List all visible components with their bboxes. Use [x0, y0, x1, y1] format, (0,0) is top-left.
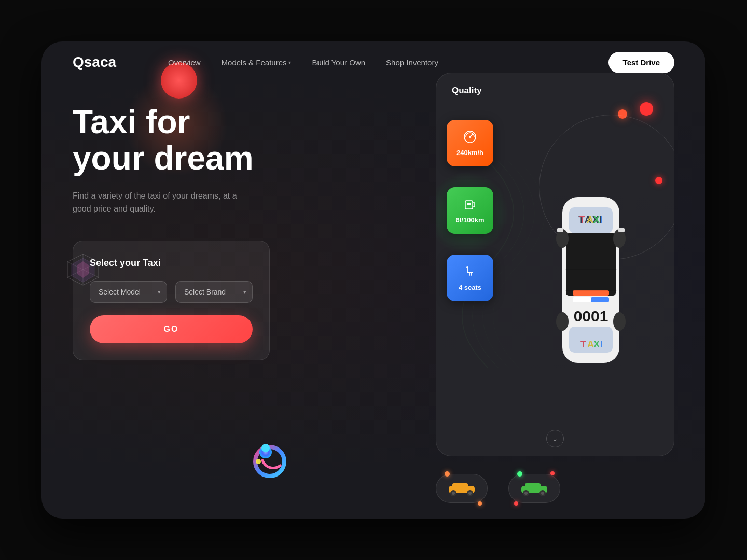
logo-glow-decoration	[239, 425, 301, 487]
seats-badge: 4 seats	[447, 255, 493, 301]
hero-subtitle: Find a variety of the taxi of your dream…	[73, 189, 239, 216]
car-thumb-svg-1	[446, 481, 477, 496]
svg-rect-16	[566, 233, 616, 296]
chevron-down-icon: ▾	[288, 60, 291, 65]
car-panel: Quality	[436, 73, 674, 456]
car-top-view: TAXI T A X I 0001 T A X I	[518, 104, 663, 456]
svg-rect-31	[591, 297, 609, 302]
svg-rect-22	[569, 207, 613, 233]
svg-rect-38	[557, 228, 563, 232]
svg-rect-28	[569, 327, 613, 353]
selector-dropdowns: Select Model ▾ Select Brand ▾	[90, 281, 253, 303]
fuel-value: 6l/100km	[456, 216, 485, 224]
nav-overview[interactable]: Overview	[168, 58, 201, 67]
svg-point-51	[541, 492, 544, 495]
thumb-dot-tl-2	[517, 471, 522, 477]
selector-card: Select your Taxi Select Model ▾ Select B…	[73, 241, 270, 360]
car-thumbnail-2[interactable]	[508, 474, 560, 503]
hero-section: Taxi for your dream Find a variety of th…	[73, 104, 342, 360]
scroll-indicator[interactable]: ⌄	[546, 430, 564, 447]
brand-select[interactable]: Select Brand	[175, 281, 253, 303]
thumb-dot-tl	[445, 471, 450, 477]
hero-title: Taxi for your dream	[73, 104, 342, 177]
model-dropdown-wrapper: Select Model ▾	[90, 281, 167, 303]
speed-badge: 240km/h	[447, 120, 493, 166]
chevron-down-icon: ⌄	[552, 435, 558, 443]
fuel-icon	[463, 198, 477, 214]
svg-point-45	[468, 492, 472, 495]
nav-models[interactable]: Models & Features ▾	[222, 58, 292, 67]
svg-rect-41	[452, 483, 468, 488]
thumb-dot-bl-2	[514, 501, 518, 506]
model-select[interactable]: Select Model	[90, 281, 167, 303]
car-thumb-svg-2	[519, 481, 550, 496]
car-thumbnails	[436, 474, 560, 503]
brand-dropdown-wrapper: Select Brand ▾	[175, 281, 253, 303]
svg-text:0001: 0001	[574, 307, 608, 325]
svg-point-44	[452, 492, 455, 495]
svg-point-36	[556, 312, 569, 331]
fuel-badge: 6l/100km	[447, 187, 493, 234]
navigation: Qsaca Overview Models & Features ▾ Build…	[42, 41, 706, 83]
nav-links: Overview Models & Features ▾ Build Your …	[168, 58, 608, 67]
seats-value: 4 seats	[459, 284, 481, 291]
speed-value: 240km/h	[457, 149, 483, 157]
car-svg: TAXI T A X I 0001 T A X I	[539, 184, 643, 376]
svg-point-11	[469, 136, 471, 138]
car-panel-body: 240km/h 6l/100km	[436, 104, 674, 456]
go-button[interactable]: GO	[90, 315, 253, 343]
nav-shop[interactable]: Shop Inventory	[386, 58, 438, 67]
speed-icon	[463, 130, 477, 147]
svg-point-37	[613, 312, 626, 331]
svg-point-50	[524, 492, 528, 495]
logo: Qsaca	[73, 54, 116, 71]
svg-point-55	[256, 459, 261, 464]
selector-title: Select your Taxi	[90, 258, 253, 269]
svg-rect-30	[573, 297, 591, 302]
thumb-dot-tr-2	[550, 471, 555, 475]
svg-rect-13	[467, 203, 471, 205]
nav-build[interactable]: Build Your Own	[312, 58, 365, 67]
seats-icon	[463, 265, 477, 282]
svg-rect-47	[525, 483, 541, 488]
svg-rect-39	[618, 228, 625, 232]
test-drive-button[interactable]: Test Drive	[608, 52, 674, 73]
car-thumbnail-1[interactable]	[436, 474, 488, 503]
svg-rect-29	[573, 290, 609, 296]
svg-point-14	[466, 266, 468, 268]
thumb-dot-br	[478, 501, 482, 506]
svg-point-54	[261, 444, 270, 452]
